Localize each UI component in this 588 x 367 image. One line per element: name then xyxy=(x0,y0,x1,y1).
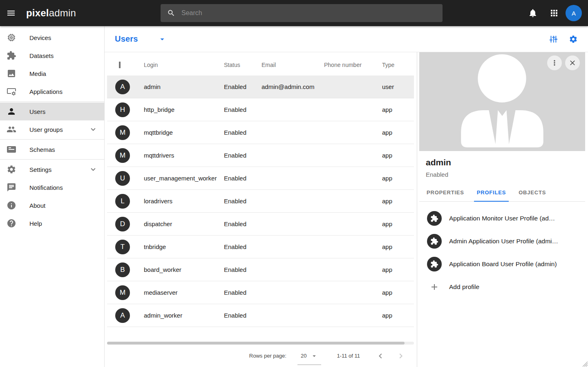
cell-login: dispatcher xyxy=(144,220,224,227)
select-all-checkbox[interactable] xyxy=(119,62,121,68)
profile-item[interactable]: Application Board User Profile (admin) xyxy=(426,253,579,276)
sidebar-item-applications[interactable]: Applications xyxy=(0,82,104,100)
sidebar-item-user-groups[interactable]: User groups xyxy=(0,120,104,138)
sidebar-item-datasets[interactable]: Datasets xyxy=(0,47,104,65)
sidebar-item-notifications[interactable]: Notifications xyxy=(0,178,104,196)
sidebar-divider xyxy=(0,101,104,102)
tab-objects[interactable]: OBJECTS xyxy=(519,189,546,201)
close-panel-button[interactable] xyxy=(565,56,580,70)
cell-type: app xyxy=(382,289,414,296)
row-avatar: B xyxy=(115,262,130,277)
cell-login: admin_worker xyxy=(144,312,224,319)
column-header-status[interactable]: Status xyxy=(224,62,262,68)
page-title: Users xyxy=(115,34,138,44)
profile-label: Application Board User Profile (admin) xyxy=(449,260,557,268)
table-settings-button[interactable] xyxy=(569,35,578,44)
more-options-button[interactable] xyxy=(547,56,562,70)
apps-grid-button[interactable] xyxy=(549,8,559,18)
sidebar-item-label: Datasets xyxy=(29,52,54,59)
puzzle-icon xyxy=(427,234,442,249)
table-row[interactable]: Uuser_management_workerEnabledapp xyxy=(107,167,414,190)
sidebar-item-users[interactable]: Users xyxy=(0,102,104,120)
detail-body: admin Enabled PROPERTIESPROFILESOBJECTS … xyxy=(419,151,585,367)
table-row[interactable]: AadminEnabledadmin@admin.comuser xyxy=(107,76,414,98)
sidebar-item-help[interactable]: Help xyxy=(0,214,104,232)
app-logo: pixeladmin xyxy=(26,7,76,19)
sidebar-item-about[interactable]: About xyxy=(0,196,104,214)
cell-login: user_management_worker xyxy=(144,175,224,182)
table-row[interactable]: MmqttbridgeEnabledapp xyxy=(107,121,414,144)
cell-status: Enabled xyxy=(224,106,262,113)
row-avatar: L xyxy=(115,194,130,209)
bell-icon xyxy=(528,8,538,18)
notifications-button[interactable] xyxy=(528,8,538,18)
sidebar-item-media[interactable]: Media xyxy=(0,65,104,82)
puzzle-icon xyxy=(7,51,16,60)
sidebar-nav: DevicesDatasetsMediaApplicationsUsersUse… xyxy=(0,29,104,232)
column-header-login[interactable]: Login xyxy=(144,62,224,68)
table-row[interactable]: Hhttp_bridgeEnabledapp xyxy=(107,98,414,121)
cell-status: Enabled xyxy=(224,198,262,205)
rows-per-page-label: Rows per page: xyxy=(249,353,286,359)
cell-type: user xyxy=(382,83,414,90)
table-row[interactable]: DdispatcherEnabledapp xyxy=(107,213,414,236)
cell-login: tnbridge xyxy=(144,243,224,250)
entity-selector-dropdown[interactable]: Users xyxy=(115,34,167,44)
previous-page-button[interactable] xyxy=(376,351,385,361)
brand-bold: pixel xyxy=(26,7,49,18)
profile-item[interactable]: Admin Application User Profile (admi… xyxy=(426,230,579,253)
resize-handle-icon[interactable] xyxy=(581,360,588,367)
users-table-body: AadminEnabledadmin@admin.comuserHhttp_br… xyxy=(107,76,414,327)
table-row[interactable]: MmediaserverEnabledapp xyxy=(107,281,414,304)
scrollbar-thumb[interactable] xyxy=(107,342,405,345)
chevron-down-icon xyxy=(89,165,98,174)
next-page-button[interactable] xyxy=(396,351,406,361)
profile-label: Admin Application User Profile (admi… xyxy=(449,238,558,245)
search-bar[interactable] xyxy=(161,4,443,22)
user-avatar-button[interactable]: A xyxy=(566,5,582,21)
add-profile-button[interactable]: Add profile xyxy=(426,276,579,298)
cell-type: app xyxy=(382,106,414,113)
detail-user-status: Enabled xyxy=(426,171,579,178)
column-header-type[interactable]: Type xyxy=(382,62,414,68)
tune-icon xyxy=(549,35,558,44)
sidebar-item-settings[interactable]: Settings xyxy=(0,160,104,178)
row-avatar: U xyxy=(115,171,130,186)
page-range-text: 1-11 of 11 xyxy=(337,353,360,359)
cell-email: admin@admin.com xyxy=(262,83,324,90)
sidebar-item-label: User groups xyxy=(29,126,63,133)
cell-login: admin xyxy=(144,83,224,90)
table-row[interactable]: Bboard_workerEnabledapp xyxy=(107,258,414,281)
column-header-phone[interactable]: Phone number xyxy=(324,62,382,68)
sidebar-item-schemas[interactable]: Schemas xyxy=(0,140,104,158)
sidebar-item-label: Help xyxy=(29,220,42,227)
image-icon xyxy=(7,69,16,78)
table-row[interactable]: LloradriversEnabledapp xyxy=(107,190,414,213)
table-row[interactable]: TtnbridgeEnabledapp xyxy=(107,236,414,258)
menu-button[interactable] xyxy=(6,8,16,18)
filter-columns-button[interactable] xyxy=(549,35,558,44)
profile-item[interactable]: Application Monitor User Profile (ad… xyxy=(426,207,579,230)
profiles-list: Application Monitor User Profile (ad…Adm… xyxy=(426,202,579,276)
table-row[interactable]: MmqttdriversEnabledapp xyxy=(107,144,414,167)
row-avatar: A xyxy=(115,308,130,323)
profile-label: Application Monitor User Profile (ad… xyxy=(449,215,555,222)
column-header-email[interactable]: Email xyxy=(262,62,324,68)
table-header: Login Status Email Phone number Type xyxy=(107,54,414,76)
cell-login: loradrivers xyxy=(144,198,224,205)
horizontal-scrollbar[interactable] xyxy=(107,342,414,345)
toolbar: Users xyxy=(105,26,588,52)
row-avatar: M xyxy=(115,148,130,163)
table-row[interactable]: Aadmin_workerEnabledapp xyxy=(107,304,414,327)
search-input[interactable] xyxy=(181,9,436,17)
sidebar-item-devices[interactable]: Devices xyxy=(0,29,104,47)
pagination-bar: Rows per page: 20 1-11 of 11 xyxy=(105,345,417,367)
app-window-icon xyxy=(7,87,16,96)
tab-properties[interactable]: PROPERTIES xyxy=(427,189,464,201)
cell-login: mqttbridge xyxy=(144,129,224,136)
chat-icon xyxy=(7,182,16,192)
tab-profiles[interactable]: PROFILES xyxy=(477,189,506,201)
row-avatar: T xyxy=(115,240,130,254)
rows-per-page-value: 20 xyxy=(301,353,306,359)
rows-per-page-select[interactable]: 20 xyxy=(299,352,320,360)
